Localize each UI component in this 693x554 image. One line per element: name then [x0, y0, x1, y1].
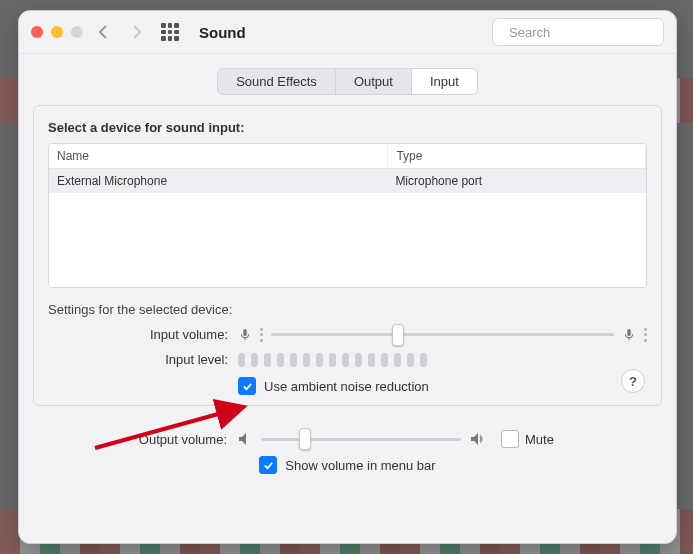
- table-header: Name Type: [49, 144, 646, 169]
- sound-prefs-window: Sound Sound Effects Output Input Select …: [18, 10, 677, 544]
- tab-sound-effects[interactable]: Sound Effects: [218, 69, 335, 94]
- zoom-window-button[interactable]: [71, 26, 83, 38]
- speaker-low-icon: [237, 431, 253, 447]
- noise-reduction-checkbox[interactable]: [238, 377, 256, 395]
- show-all-icon[interactable]: [161, 23, 179, 41]
- output-volume-label: Output volume:: [47, 432, 237, 447]
- device-table: Name Type External Microphone Microphone…: [48, 143, 647, 288]
- svg-marker-5: [471, 433, 478, 445]
- input-volume-label: Input volume:: [48, 327, 238, 342]
- svg-rect-2: [243, 328, 247, 335]
- tab-group: Sound Effects Output Input: [217, 68, 478, 95]
- speaker-high-icon: [469, 431, 485, 447]
- device-name: External Microphone: [49, 169, 387, 193]
- mic-low-icon: [238, 328, 252, 342]
- device-type: Microphone port: [387, 169, 646, 193]
- mute-label: Mute: [525, 432, 554, 447]
- bottom-controls: Output volume: Mute Show vo: [33, 416, 662, 476]
- settings-heading: Settings for the selected device:: [48, 302, 647, 317]
- window-controls: [31, 26, 83, 38]
- back-button[interactable]: [93, 21, 115, 43]
- col-type: Type: [388, 144, 646, 168]
- input-level-label: Input level:: [48, 352, 238, 367]
- output-volume-slider[interactable]: [261, 437, 461, 441]
- select-device-label: Select a device for sound input:: [48, 120, 647, 135]
- search-input[interactable]: [507, 24, 679, 41]
- titlebar: Sound: [19, 11, 676, 54]
- close-window-button[interactable]: [31, 26, 43, 38]
- mic-high-icon: [622, 328, 636, 342]
- col-name: Name: [49, 144, 388, 168]
- tab-input[interactable]: Input: [411, 69, 477, 94]
- window-title: Sound: [199, 24, 246, 41]
- svg-rect-3: [627, 328, 631, 335]
- forward-button[interactable]: [125, 21, 147, 43]
- input-volume-slider[interactable]: [271, 333, 614, 337]
- noise-reduction-label: Use ambient noise reduction: [264, 379, 429, 394]
- svg-marker-4: [239, 433, 246, 445]
- help-button[interactable]: ?: [621, 369, 645, 393]
- show-volume-checkbox[interactable]: [259, 456, 277, 474]
- show-volume-label: Show volume in menu bar: [285, 458, 435, 473]
- input-panel: Select a device for sound input: Name Ty…: [33, 105, 662, 406]
- minimize-window-button[interactable]: [51, 26, 63, 38]
- mute-checkbox[interactable]: [501, 430, 519, 448]
- input-level-meter: [238, 353, 647, 367]
- tab-output[interactable]: Output: [335, 69, 411, 94]
- table-row[interactable]: External Microphone Microphone port: [49, 169, 646, 193]
- search-field[interactable]: [492, 18, 664, 46]
